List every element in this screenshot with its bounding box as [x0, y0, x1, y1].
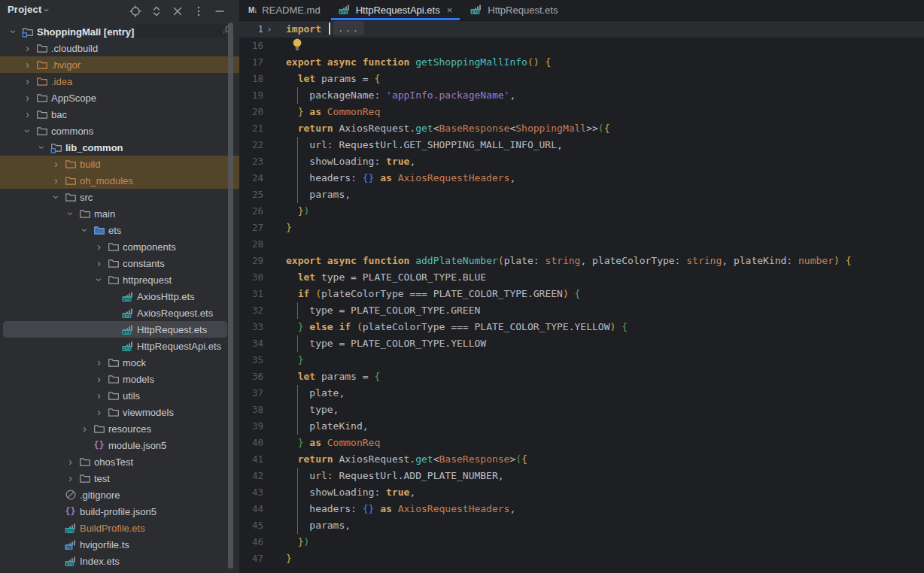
tree-item-shoppingmall-entry[interactable]: ›ShoppingMall [entry]	[0, 23, 239, 40]
code-line-45[interactable]: params,	[286, 517, 924, 534]
chevron-right-icon[interactable]: ›	[20, 89, 35, 106]
tab-httprequestapi-ets[interactable]: ETS HttpRequestApi.ets ×	[330, 0, 462, 20]
chevron-down-icon[interactable]: ›	[91, 273, 108, 287]
tree-item-src[interactable]: ›src	[0, 189, 239, 205]
tree-item-axioshttp-ets[interactable]: ETSAxiosHttp.ets	[0, 288, 239, 305]
fold-collapsed-icon[interactable]: ›	[266, 21, 281, 38]
chevron-right-icon[interactable]: ›	[63, 470, 78, 487]
tree-item-cloudbuild[interactable]: ›.cloudbuild	[0, 40, 239, 56]
code-line-40[interactable]: } as CommonReq	[286, 435, 924, 451]
chevron-right-icon[interactable]: ›	[20, 56, 35, 73]
folded-region[interactable]: ...	[333, 21, 364, 35]
code-line-37[interactable]: plate,	[286, 385, 924, 402]
chevron-down-icon[interactable]: ›	[77, 223, 93, 238]
tree-item-models[interactable]: ›models	[0, 371, 239, 387]
code-line-33[interactable]: } else if (plateColorType === PLATE_COLO…	[286, 319, 924, 335]
code-line-18[interactable]: let params = {	[286, 71, 924, 87]
tree-item-axiosrequest-ets[interactable]: ETSAxiosRequest.ets	[0, 305, 239, 321]
tree-item-buildprofile-ets[interactable]: ETSBuildProfile.ets	[0, 520, 239, 536]
chevron-right-icon[interactable]: ›	[20, 106, 35, 123]
chevron-right-icon[interactable]: ›	[78, 420, 92, 437]
code-line-35[interactable]: }	[286, 352, 924, 368]
tab-readme-md[interactable]: M↓ README.md	[239, 0, 330, 20]
locate-icon[interactable]	[129, 5, 141, 17]
tree-item-viewmodels[interactable]: ›viewmodels	[0, 404, 239, 420]
code-line-1[interactable]: import ...	[286, 21, 924, 38]
tree-item-httprequest-ets[interactable]: ETSHttpRequest.ets	[0, 321, 239, 338]
chevron-right-icon[interactable]: ›	[49, 172, 63, 189]
code-line-28[interactable]	[286, 236, 924, 253]
code-line-38[interactable]: type,	[286, 402, 924, 418]
tree-item-idea[interactable]: ›.idea	[0, 73, 239, 89]
tree-item-utils[interactable]: ›utils	[0, 387, 239, 404]
hide-panel-icon[interactable]	[214, 5, 226, 17]
code-line-42[interactable]: url: RequestUrl.ADD_PLATE_NUMBER,	[286, 468, 924, 484]
project-scrollbar[interactable]	[228, 23, 233, 568]
code-line-22[interactable]: url: RequestUrl.GET_SHOPPING_MALL_INFO_U…	[286, 137, 924, 153]
code-line-29[interactable]: export async function addPlateNumber(pla…	[286, 253, 924, 269]
code-line-41[interactable]: return AxiosRequest.get<BaseResponse>({	[286, 451, 924, 468]
tree-item-appscope[interactable]: ›AppScope	[0, 89, 239, 106]
code-line-23[interactable]: showLoading: true,	[286, 153, 924, 170]
code-line-27[interactable]: }	[286, 220, 924, 236]
code-line-19[interactable]: packageName: 'appInfo.packageName',	[286, 87, 924, 104]
tree-item-module-json5[interactable]: {}module.json5	[0, 437, 239, 453]
more-options-icon[interactable]	[193, 5, 205, 17]
chevron-right-icon[interactable]: ›	[63, 453, 78, 470]
code-line-43[interactable]: showLoading: true,	[286, 484, 924, 501]
tree-item-hvigor[interactable]: ›.hvigor	[0, 56, 239, 73]
code-line-32[interactable]: type = PLATE_COLOR_TYPE.GREEN	[286, 302, 924, 319]
code-line-46[interactable]: })	[286, 534, 924, 550]
project-panel-title[interactable]: Project›	[8, 4, 49, 15]
tree-item-ohostest[interactable]: ›ohosTest	[0, 453, 239, 470]
tree-item-httprequestapi-ets[interactable]: ETSHttpRequestApi.ets	[0, 338, 239, 354]
tree-item-ets[interactable]: ›ets	[0, 222, 239, 238]
code-line-30[interactable]: let type = PLATE_COLOR_TYPE.BLUE	[286, 269, 924, 286]
code-line-47[interactable]: }	[286, 550, 924, 567]
chevron-right-icon[interactable]: ›	[20, 40, 35, 56]
code-line-44[interactable]: headers: {} as AxiosRequestHeaders,	[286, 501, 924, 517]
chevron-down-icon[interactable]: ›	[20, 124, 36, 138]
tab-httprequest-ets[interactable]: ETS HttpRequest.ets	[461, 0, 567, 20]
collapse-all-icon[interactable]	[172, 5, 184, 17]
code-line-20[interactable]: } as CommonReq	[286, 104, 924, 120]
tree-item-oh-modules[interactable]: ›oh_modules	[0, 172, 239, 189]
tree-item-constants[interactable]: ›constants	[0, 255, 239, 271]
code-content[interactable]: import ... export async function getShop…	[286, 21, 924, 567]
tree-item-build[interactable]: ›build	[0, 156, 239, 172]
tree-item-main[interactable]: ›main	[0, 205, 239, 222]
code-line-24[interactable]: headers: {} as AxiosRequestHeaders,	[286, 170, 924, 186]
tree-item-commons[interactable]: ›commons	[0, 123, 239, 139]
tree-item-httprequest[interactable]: ›httprequest	[0, 271, 239, 288]
tree-item-bac[interactable]: ›bac	[0, 106, 239, 123]
tree-item-build-profile-json5[interactable]: {}build-profile.json5	[0, 503, 239, 520]
code-line-25[interactable]: params,	[286, 186, 924, 203]
code-line-26[interactable]: })	[286, 203, 924, 220]
code-line-36[interactable]: let params = {	[286, 368, 924, 385]
chevron-right-icon[interactable]: ›	[92, 354, 106, 371]
tree-item-lib-common[interactable]: ›lib_common	[0, 139, 239, 156]
code-line-39[interactable]: plateKind,	[286, 418, 924, 435]
chevron-down-icon[interactable]: ›	[34, 141, 50, 155]
tree-item-hvigorfile-ts[interactable]: TShvigorfile.ts	[0, 536, 239, 553]
code-line-31[interactable]: if (plateColorType === PLATE_COLOR_TYPE.…	[286, 286, 924, 302]
chevron-right-icon[interactable]: ›	[92, 404, 106, 420]
tree-item-index-ets[interactable]: ETSIndex.ets	[0, 553, 239, 569]
tree-item-mock[interactable]: ›mock	[0, 354, 239, 371]
close-tab-icon[interactable]: ×	[447, 5, 453, 16]
tree-item-components[interactable]: ›components	[0, 238, 239, 255]
chevron-right-icon[interactable]: ›	[49, 156, 63, 172]
code-line-17[interactable]: export async function getShoppingMallInf…	[286, 54, 924, 71]
code-line-34[interactable]: type = PLATE_COLOR_TYPE.YELLOW	[286, 335, 924, 352]
chevron-right-icon[interactable]: ›	[92, 387, 106, 404]
tree-item-test[interactable]: ›test	[0, 470, 239, 487]
tree-item-gitignore[interactable]: .gitignore	[0, 487, 239, 503]
chevron-right-icon[interactable]: ›	[92, 371, 106, 387]
chevron-right-icon[interactable]: ›	[20, 73, 35, 89]
chevron-down-icon[interactable]: ›	[62, 207, 79, 221]
chevron-right-icon[interactable]: ›	[92, 255, 106, 271]
code-line-21[interactable]: return AxiosRequest.get<BaseResponse<Sho…	[286, 120, 924, 137]
chevron-down-icon[interactable]: ›	[5, 25, 22, 39]
chevron-right-icon[interactable]: ›	[92, 238, 106, 255]
expand-all-icon[interactable]	[150, 5, 163, 17]
